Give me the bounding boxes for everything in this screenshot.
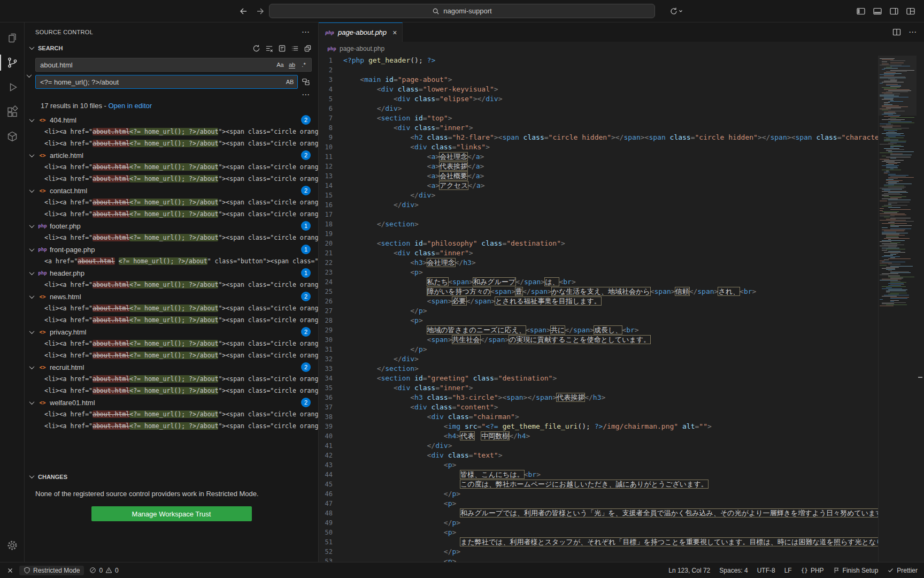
search-file-row[interactable]: 404.html2 — [25, 114, 318, 126]
search-match-row[interactable]: <li><a href="about.html<?= home_url(); ?… — [25, 349, 318, 361]
line-content: <div class="elipse"></div> — [343, 94, 502, 104]
search-match-row[interactable]: <li><a href="about.html<?= home_url(); ?… — [25, 338, 318, 349]
preserve-case-button[interactable]: AB — [284, 77, 295, 87]
warning-icon — [105, 567, 112, 574]
match-prefix: <a href=" — [44, 257, 78, 265]
source-control-icon[interactable] — [0, 50, 25, 75]
search-file-row[interactable]: front-page.php1 — [25, 244, 318, 255]
search-file-row[interactable]: welfare01.html2 — [25, 397, 318, 408]
close-icon[interactable] — [392, 28, 397, 37]
more-actions-icon[interactable] — [302, 29, 310, 35]
remote-indicator[interactable] — [6, 567, 14, 574]
search-match-row[interactable]: <li><a href="about.html<?= home_url(); ?… — [25, 373, 318, 385]
search-file-row[interactable]: recruit.html2 — [25, 361, 318, 373]
restricted-mode-status[interactable]: Restricted Mode — [19, 566, 84, 575]
file-name: news.html — [50, 293, 81, 301]
toggle-secondary-sidebar-icon[interactable] — [889, 6, 899, 16]
run-debug-icon[interactable] — [0, 75, 25, 100]
back-arrow-button[interactable] — [238, 6, 248, 16]
editor-more-actions-icon[interactable] — [908, 29, 917, 35]
scrollbar[interactable] — [917, 56, 924, 562]
search-file-row[interactable]: footer.php1 — [25, 220, 318, 232]
open-in-editor-link[interactable]: Open in editor — [108, 102, 152, 110]
line-number: 19 — [319, 229, 343, 239]
error-icon — [89, 567, 96, 574]
line-number: 37 — [319, 402, 343, 412]
view-as-tree-icon[interactable] — [291, 44, 299, 52]
search-match-row[interactable]: <li><a href="about.html<?= home_url(); ?… — [25, 208, 318, 220]
search-match-row[interactable]: <li><a href="about.html<?= home_url(); ?… — [25, 314, 318, 326]
tab-label: page-about.php — [338, 28, 387, 36]
match-removed-text: about.html — [93, 210, 129, 218]
problems-status[interactable]: 0 0 — [89, 567, 118, 574]
search-match-row[interactable]: <li><a href="about.html<?= home_url(); ?… — [25, 173, 318, 185]
prettier-status[interactable]: Prettier — [887, 567, 918, 574]
code-line: 41 </div> — [319, 441, 924, 451]
line-number: 25 — [319, 287, 343, 296]
tab-page-about-php[interactable]: page-about.php — [319, 22, 403, 42]
extensions-icon[interactable] — [0, 100, 25, 124]
breadcrumb[interactable]: page-about.php — [319, 42, 924, 56]
replace-input[interactable] — [40, 78, 284, 86]
search-match-row[interactable]: <li><a href="about.html<?= home_url(); ?… — [25, 196, 318, 208]
code-line: 40 <h4>代表 中岡数樹</h4> — [319, 431, 924, 441]
explorer-icon[interactable] — [0, 26, 25, 50]
search-file-row[interactable]: contact.html2 — [25, 185, 318, 196]
refresh-icon[interactable] — [252, 44, 260, 52]
language-mode-status[interactable]: PHP — [801, 567, 824, 574]
toggle-primary-sidebar-icon[interactable] — [856, 6, 866, 16]
changes-section-header[interactable]: CHANGES — [25, 470, 318, 483]
search-section-header[interactable]: SEARCH — [25, 42, 318, 55]
collapse-all-icon[interactable] — [304, 44, 312, 52]
eol-status[interactable]: LF — [784, 567, 792, 574]
split-editor-icon[interactable] — [892, 28, 901, 36]
finish-setup-status[interactable]: Finish Setup — [833, 567, 879, 574]
code-editor[interactable]: 1<?php get_header(); ?>23 <main id="page… — [319, 56, 924, 562]
cursor-position-status[interactable]: Ln 123, Col 72 — [668, 567, 710, 574]
forward-arrow-button[interactable] — [256, 6, 265, 16]
toggle-replace-chevron[interactable] — [27, 72, 32, 78]
search-match-row[interactable]: <li><a href="about.html<?= home_url(); ?… — [25, 420, 318, 432]
layout-dropdown-button[interactable] — [669, 7, 683, 16]
line-content: <h3 class="h3-circle"><span></span>代表挨拶<… — [343, 393, 605, 402]
match-case-button[interactable]: Aa — [275, 59, 286, 70]
search-file-row[interactable]: privacy.html2 — [25, 326, 318, 338]
whole-word-button[interactable]: ab — [287, 59, 297, 70]
search-match-row[interactable]: <li><a href="about.html<?= home_url(); ?… — [25, 302, 318, 314]
code-line: 11 <a>会社理念</a> — [319, 152, 924, 162]
search-match-row[interactable]: <li><a href="about.html<?= home_url(); ?… — [25, 138, 318, 149]
search-match-row[interactable]: <li><a href="about.html<?= home_url(); ?… — [25, 385, 318, 397]
search-match-row[interactable]: <li><a href="about.html<?= home_url(); ?… — [25, 126, 318, 138]
search-file-row[interactable]: header.php1 — [25, 267, 318, 279]
line-number: 7 — [319, 113, 343, 123]
toggle-search-details-icon[interactable] — [302, 92, 310, 100]
customize-layout-icon[interactable] — [906, 6, 915, 16]
open-new-search-editor-icon[interactable] — [278, 44, 286, 52]
command-center-search[interactable]: nagomi-support — [269, 4, 655, 18]
manage-workspace-trust-button[interactable]: Manage Workspace Trust — [91, 506, 252, 521]
replace-all-button[interactable] — [300, 76, 312, 88]
minimap[interactable] — [878, 56, 917, 562]
encoding-status[interactable]: UTF-8 — [757, 567, 775, 574]
search-match-row[interactable]: <li><a href="about.html<?= home_url(); ?… — [25, 232, 318, 244]
remote-explorer-icon[interactable] — [0, 124, 25, 149]
line-number: 40 — [319, 431, 343, 441]
code-line: 20 <section id="philosophy" class="desti… — [319, 239, 924, 248]
line-number: 39 — [319, 422, 343, 431]
toggle-panel-icon[interactable] — [873, 6, 882, 16]
search-input[interactable] — [40, 61, 275, 69]
clear-search-results-icon[interactable] — [265, 44, 273, 52]
search-match-row[interactable]: <li><a href="about.html<?= home_url(); ?… — [25, 408, 318, 420]
line-number: 27 — [319, 306, 343, 316]
search-file-row[interactable]: news.html2 — [25, 291, 318, 302]
match-suffix: "><span class="circle orange">... — [218, 375, 318, 383]
search-match-row[interactable]: <li><a href="about.html<?= home_url(); ?… — [25, 279, 318, 291]
search-file-row[interactable]: article.html2 — [25, 149, 318, 161]
indentation-status[interactable]: Spaces: 4 — [719, 567, 748, 574]
regex-button[interactable]: .* — [298, 59, 309, 70]
search-match-row[interactable]: <a href="about.html <?= home_url(); ?>/a… — [25, 255, 318, 267]
line-number: 15 — [319, 191, 343, 200]
search-match-row[interactable]: <li><a href="about.html<?= home_url(); ?… — [25, 161, 318, 173]
settings-gear-icon[interactable] — [0, 533, 25, 558]
line-content: <div class="links"> — [343, 142, 490, 152]
